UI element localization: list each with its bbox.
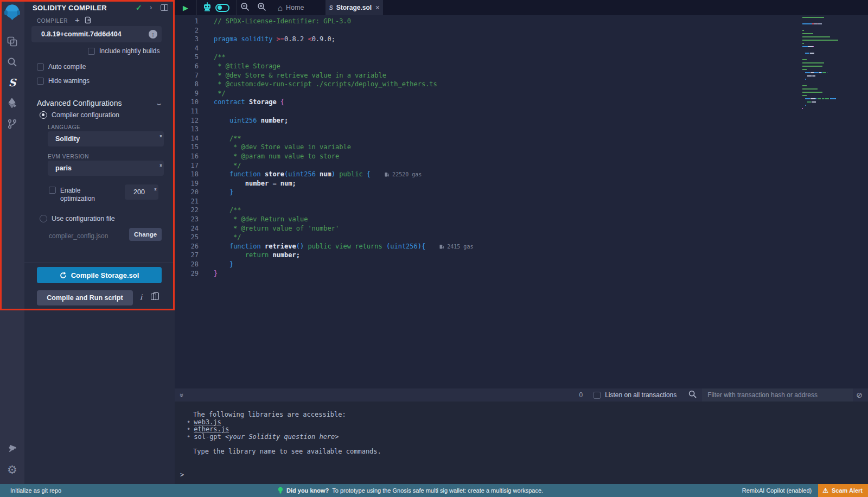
config-file-name: compiler_config.json: [49, 232, 108, 240]
file-tab-label: Storage.sol: [336, 4, 372, 11]
run-script-play-button[interactable]: ▶: [175, 4, 196, 12]
transaction-filter-input[interactable]: [702, 388, 853, 402]
close-tab-icon[interactable]: ✕: [375, 4, 380, 11]
copilot-status: RemixAI Copilot (enabled): [742, 487, 812, 494]
panel-forward-icon[interactable]: ›: [150, 3, 152, 11]
expand-terminal-icon[interactable]: »: [178, 393, 186, 397]
info-icon[interactable]: i: [140, 293, 142, 301]
terminal-line: •sol-gpt <your Solidity question here>: [175, 434, 868, 441]
refresh-icon: [60, 272, 67, 279]
terminal-line: [175, 441, 868, 448]
git-icon[interactable]: [0, 113, 24, 134]
library-link[interactable]: ethers.js: [194, 425, 229, 433]
chevron-down-icon[interactable]: ⌄: [155, 99, 163, 107]
search-icon[interactable]: [0, 52, 24, 72]
solidity-compiler-panel: SOLIDITY COMPILER ✓ › COMPILER + 0.8.19+…: [24, 0, 175, 484]
version-sort-icon: ↕: [149, 30, 157, 39]
terminal-line: •web3.js: [175, 419, 868, 426]
code-lines: // SPDX-License-Identifier: GPL-3.0pragm…: [205, 17, 473, 388]
settings-gear-icon[interactable]: ⚙: [0, 459, 24, 480]
advanced-configurations-title[interactable]: Advanced Configurations: [37, 99, 122, 107]
copilot-toggle[interactable]: [215, 4, 229, 12]
change-config-button[interactable]: Change: [129, 228, 162, 241]
terminal-line: •ethers.js: [175, 426, 868, 434]
nightly-builds-label: Include nightly builds: [99, 47, 159, 55]
zoom-out-icon[interactable]: [240, 2, 250, 14]
language-value: Solidity: [55, 135, 80, 143]
terminal-line: Type the library name to see available c…: [175, 448, 868, 456]
language-select[interactable]: Solidity ▲▼: [48, 131, 164, 146]
ai-copilot-robot-icon[interactable]: [202, 2, 212, 14]
plugin-manager-icon[interactable]: [0, 438, 24, 459]
evm-version-select[interactable]: paris ▲▼: [48, 161, 164, 176]
lightbulb-icon: [278, 487, 283, 494]
compile-success-check-icon: ✓: [136, 3, 142, 12]
library-link[interactable]: web3.js: [194, 418, 221, 426]
home-icon: ⌂: [278, 3, 283, 12]
editor-minimap[interactable]: [802, 17, 867, 109]
copy-icon[interactable]: [151, 294, 156, 300]
language-label: LANGUAGE: [48, 124, 80, 130]
panel-divider: [24, 263, 175, 263]
zoom-in-icon[interactable]: [257, 2, 266, 14]
did-you-know-tip: Did you know? To prototype using the Gno…: [278, 487, 543, 494]
hide-warnings-checkbox[interactable]: [37, 78, 44, 85]
nightly-builds-row: Include nightly builds: [88, 47, 159, 55]
compiler-configuration-radio[interactable]: [40, 111, 47, 119]
hide-warnings-row: Hide warnings: [37, 77, 90, 85]
code-editor: ▶: [175, 0, 868, 388]
transaction-count: 0: [579, 391, 583, 399]
gas-estimate-badge: 22520 gas: [385, 171, 422, 177]
compile-and-run-button[interactable]: Compile and Run script: [37, 290, 133, 305]
compiler-version-value: 0.8.19+commit.7dd6d404: [41, 30, 122, 38]
tip-text: To prototype using the Gnosis safe multi…: [332, 487, 543, 494]
icon-rail: S ⚙: [0, 0, 24, 484]
terminal-search-icon: [688, 390, 697, 400]
clear-console-icon[interactable]: ⊘: [856, 391, 863, 399]
hide-warnings-label: Hide warnings: [48, 77, 90, 85]
terminal-line: The following libraries are accessible:: [175, 411, 868, 419]
enable-optimization-checkbox[interactable]: [49, 187, 56, 194]
warning-triangle-icon: ⚠: [822, 487, 828, 494]
use-configuration-file-radio[interactable]: [40, 215, 47, 222]
remix-ide-window: S ⚙ SOLIDITY COMPILER ✓ ›: [0, 0, 868, 497]
optimization-runs-value: 200: [133, 188, 145, 196]
nightly-builds-checkbox[interactable]: [88, 48, 95, 55]
remix-logo[interactable]: [3, 3, 21, 21]
compiler-version-select[interactable]: 0.8.19+commit.7dd6d404 ↕: [31, 26, 162, 42]
solidity-file-icon: S: [329, 4, 333, 11]
listen-transactions-checkbox[interactable]: [593, 392, 601, 399]
compile-button[interactable]: Compile Storage.sol: [37, 267, 162, 283]
code-area[interactable]: 1234567891011121314151617181920212223242…: [175, 15, 868, 388]
terminal-prompt[interactable]: >: [175, 471, 868, 479]
editor-tab-bar: ▶: [175, 0, 868, 15]
compile-button-label: Compile Storage.sol: [71, 271, 139, 279]
scam-alert-badge[interactable]: ⚠ Scam Alert: [818, 484, 868, 497]
terminal-header: » 0 Listen on all transactions ⊘: [175, 388, 868, 402]
split-view-icon[interactable]: [161, 4, 168, 11]
enable-optimization-row: Enable optimization: [49, 187, 106, 203]
home-tab-label: Home: [286, 4, 304, 11]
evm-version-label: EVM VERSION: [48, 154, 89, 160]
scam-alert-label: Scam Alert: [832, 487, 863, 494]
add-compiler-icon[interactable]: +: [75, 15, 80, 24]
use-configuration-file-label: Use configuration file: [52, 215, 115, 222]
tab-storage-sol[interactable]: S Storage.sol ✕: [326, 0, 383, 15]
tab-home[interactable]: ⌂ Home: [278, 3, 304, 12]
compiler-configuration-label: Compiler configuration: [52, 111, 119, 119]
listen-transactions-row: Listen on all transactions: [593, 391, 676, 399]
auto-compile-label: Auto compile: [48, 63, 86, 71]
git-init-status[interactable]: Initialize as git repo: [10, 487, 61, 494]
auto-compile-row: Auto compile: [37, 63, 86, 71]
deploy-run-icon[interactable]: [0, 93, 24, 113]
file-explorer-icon[interactable]: [0, 31, 24, 52]
solidity-compiler-icon[interactable]: S: [0, 72, 24, 93]
evm-version-value: paris: [55, 164, 72, 172]
listen-transactions-label: Listen on all transactions: [605, 391, 676, 399]
line-number-gutter: 1234567891011121314151617181920212223242…: [175, 17, 205, 388]
optimization-runs-input[interactable]: 200 ▲▼: [125, 184, 158, 200]
enable-optimization-label: Enable optimization: [60, 187, 106, 203]
auto-compile-checkbox[interactable]: [37, 63, 44, 71]
gas-estimate-badge: 2415 gas: [439, 244, 473, 250]
terminal-output[interactable]: The following libraries are accessible:•…: [175, 402, 868, 484]
